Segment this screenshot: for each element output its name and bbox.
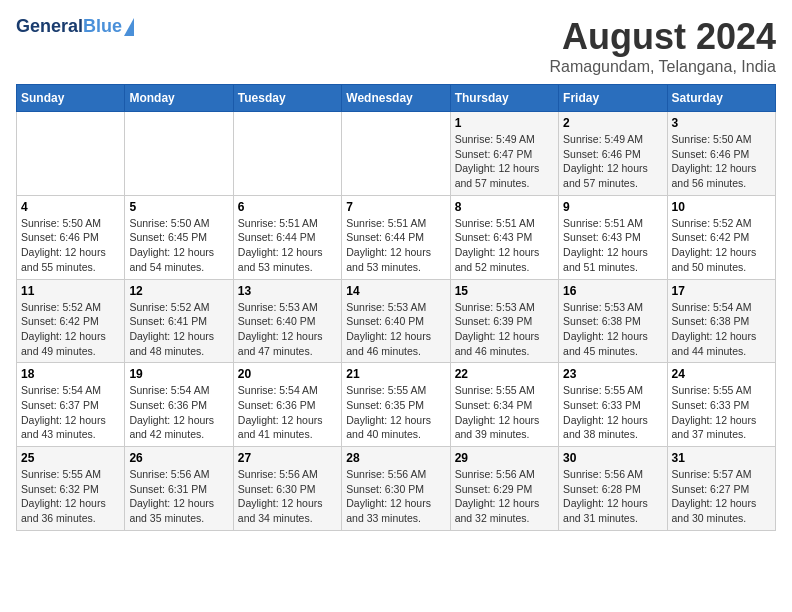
day-cell-17: 14Sunrise: 5:53 AM Sunset: 6:40 PM Dayli… (342, 279, 450, 363)
day-number: 4 (21, 200, 120, 214)
day-info: Sunrise: 5:50 AM Sunset: 6:46 PM Dayligh… (21, 216, 120, 275)
header-row: SundayMondayTuesdayWednesdayThursdayFrid… (17, 85, 776, 112)
day-cell-12: 9Sunrise: 5:51 AM Sunset: 6:43 PM Daylig… (559, 195, 667, 279)
month-title: August 2024 (549, 16, 776, 58)
day-info: Sunrise: 5:51 AM Sunset: 6:44 PM Dayligh… (238, 216, 337, 275)
day-info: Sunrise: 5:54 AM Sunset: 6:38 PM Dayligh… (672, 300, 771, 359)
logo-text: GeneralBlue (16, 16, 134, 37)
day-number: 26 (129, 451, 228, 465)
day-info: Sunrise: 5:53 AM Sunset: 6:40 PM Dayligh… (238, 300, 337, 359)
day-cell-22: 19Sunrise: 5:54 AM Sunset: 6:36 PM Dayli… (125, 363, 233, 447)
day-cell-9: 6Sunrise: 5:51 AM Sunset: 6:44 PM Daylig… (233, 195, 341, 279)
day-number: 27 (238, 451, 337, 465)
day-number: 15 (455, 284, 554, 298)
day-cell-31: 28Sunrise: 5:56 AM Sunset: 6:30 PM Dayli… (342, 447, 450, 531)
week-row-4: 18Sunrise: 5:54 AM Sunset: 6:37 PM Dayli… (17, 363, 776, 447)
day-info: Sunrise: 5:52 AM Sunset: 6:41 PM Dayligh… (129, 300, 228, 359)
page-header: GeneralBlue August 2024 Ramagundam, Tela… (16, 16, 776, 76)
day-cell-13: 10Sunrise: 5:52 AM Sunset: 6:42 PM Dayli… (667, 195, 775, 279)
day-cell-18: 15Sunrise: 5:53 AM Sunset: 6:39 PM Dayli… (450, 279, 558, 363)
logo-general: General (16, 16, 83, 37)
week-row-2: 4Sunrise: 5:50 AM Sunset: 6:46 PM Daylig… (17, 195, 776, 279)
day-info: Sunrise: 5:53 AM Sunset: 6:40 PM Dayligh… (346, 300, 445, 359)
day-cell-5: 2Sunrise: 5:49 AM Sunset: 6:46 PM Daylig… (559, 112, 667, 196)
week-row-3: 11Sunrise: 5:52 AM Sunset: 6:42 PM Dayli… (17, 279, 776, 363)
day-number: 9 (563, 200, 662, 214)
day-info: Sunrise: 5:51 AM Sunset: 6:43 PM Dayligh… (563, 216, 662, 275)
title-area: August 2024 Ramagundam, Telangana, India (549, 16, 776, 76)
day-info: Sunrise: 5:52 AM Sunset: 6:42 PM Dayligh… (672, 216, 771, 275)
weekday-header-saturday: Saturday (667, 85, 775, 112)
day-info: Sunrise: 5:49 AM Sunset: 6:47 PM Dayligh… (455, 132, 554, 191)
day-cell-26: 23Sunrise: 5:55 AM Sunset: 6:33 PM Dayli… (559, 363, 667, 447)
day-number: 21 (346, 367, 445, 381)
day-cell-4: 1Sunrise: 5:49 AM Sunset: 6:47 PM Daylig… (450, 112, 558, 196)
day-cell-6: 3Sunrise: 5:50 AM Sunset: 6:46 PM Daylig… (667, 112, 775, 196)
weekday-header-wednesday: Wednesday (342, 85, 450, 112)
day-cell-14: 11Sunrise: 5:52 AM Sunset: 6:42 PM Dayli… (17, 279, 125, 363)
day-info: Sunrise: 5:57 AM Sunset: 6:27 PM Dayligh… (672, 467, 771, 526)
day-info: Sunrise: 5:56 AM Sunset: 6:30 PM Dayligh… (238, 467, 337, 526)
day-info: Sunrise: 5:54 AM Sunset: 6:37 PM Dayligh… (21, 383, 120, 442)
day-cell-25: 22Sunrise: 5:55 AM Sunset: 6:34 PM Dayli… (450, 363, 558, 447)
day-info: Sunrise: 5:56 AM Sunset: 6:28 PM Dayligh… (563, 467, 662, 526)
day-info: Sunrise: 5:49 AM Sunset: 6:46 PM Dayligh… (563, 132, 662, 191)
day-info: Sunrise: 5:54 AM Sunset: 6:36 PM Dayligh… (238, 383, 337, 442)
day-number: 20 (238, 367, 337, 381)
weekday-header-tuesday: Tuesday (233, 85, 341, 112)
day-number: 24 (672, 367, 771, 381)
day-cell-3 (342, 112, 450, 196)
day-info: Sunrise: 5:53 AM Sunset: 6:38 PM Dayligh… (563, 300, 662, 359)
day-number: 30 (563, 451, 662, 465)
day-info: Sunrise: 5:53 AM Sunset: 6:39 PM Dayligh… (455, 300, 554, 359)
day-cell-28: 25Sunrise: 5:55 AM Sunset: 6:32 PM Dayli… (17, 447, 125, 531)
week-row-1: 1Sunrise: 5:49 AM Sunset: 6:47 PM Daylig… (17, 112, 776, 196)
day-cell-20: 17Sunrise: 5:54 AM Sunset: 6:38 PM Dayli… (667, 279, 775, 363)
logo-blue: Blue (83, 16, 122, 37)
day-number: 18 (21, 367, 120, 381)
day-info: Sunrise: 5:51 AM Sunset: 6:44 PM Dayligh… (346, 216, 445, 275)
day-info: Sunrise: 5:50 AM Sunset: 6:46 PM Dayligh… (672, 132, 771, 191)
day-info: Sunrise: 5:56 AM Sunset: 6:29 PM Dayligh… (455, 467, 554, 526)
day-number: 10 (672, 200, 771, 214)
day-number: 3 (672, 116, 771, 130)
day-info: Sunrise: 5:55 AM Sunset: 6:34 PM Dayligh… (455, 383, 554, 442)
day-cell-15: 12Sunrise: 5:52 AM Sunset: 6:41 PM Dayli… (125, 279, 233, 363)
calendar-table: SundayMondayTuesdayWednesdayThursdayFrid… (16, 84, 776, 531)
day-info: Sunrise: 5:55 AM Sunset: 6:35 PM Dayligh… (346, 383, 445, 442)
day-number: 7 (346, 200, 445, 214)
day-info: Sunrise: 5:52 AM Sunset: 6:42 PM Dayligh… (21, 300, 120, 359)
day-number: 2 (563, 116, 662, 130)
day-info: Sunrise: 5:50 AM Sunset: 6:45 PM Dayligh… (129, 216, 228, 275)
logo-triangle-icon (124, 18, 134, 36)
day-number: 25 (21, 451, 120, 465)
day-number: 14 (346, 284, 445, 298)
day-number: 29 (455, 451, 554, 465)
day-number: 31 (672, 451, 771, 465)
day-cell-19: 16Sunrise: 5:53 AM Sunset: 6:38 PM Dayli… (559, 279, 667, 363)
week-row-5: 25Sunrise: 5:55 AM Sunset: 6:32 PM Dayli… (17, 447, 776, 531)
day-number: 28 (346, 451, 445, 465)
day-cell-29: 26Sunrise: 5:56 AM Sunset: 6:31 PM Dayli… (125, 447, 233, 531)
day-cell-8: 5Sunrise: 5:50 AM Sunset: 6:45 PM Daylig… (125, 195, 233, 279)
day-info: Sunrise: 5:51 AM Sunset: 6:43 PM Dayligh… (455, 216, 554, 275)
day-info: Sunrise: 5:55 AM Sunset: 6:33 PM Dayligh… (672, 383, 771, 442)
day-info: Sunrise: 5:56 AM Sunset: 6:31 PM Dayligh… (129, 467, 228, 526)
day-number: 19 (129, 367, 228, 381)
day-number: 8 (455, 200, 554, 214)
day-info: Sunrise: 5:56 AM Sunset: 6:30 PM Dayligh… (346, 467, 445, 526)
day-info: Sunrise: 5:54 AM Sunset: 6:36 PM Dayligh… (129, 383, 228, 442)
weekday-header-monday: Monday (125, 85, 233, 112)
day-cell-16: 13Sunrise: 5:53 AM Sunset: 6:40 PM Dayli… (233, 279, 341, 363)
day-number: 16 (563, 284, 662, 298)
day-number: 12 (129, 284, 228, 298)
day-number: 22 (455, 367, 554, 381)
day-number: 6 (238, 200, 337, 214)
day-cell-0 (17, 112, 125, 196)
day-cell-34: 31Sunrise: 5:57 AM Sunset: 6:27 PM Dayli… (667, 447, 775, 531)
location-subtitle: Ramagundam, Telangana, India (549, 58, 776, 76)
day-number: 13 (238, 284, 337, 298)
day-number: 17 (672, 284, 771, 298)
day-cell-10: 7Sunrise: 5:51 AM Sunset: 6:44 PM Daylig… (342, 195, 450, 279)
day-info: Sunrise: 5:55 AM Sunset: 6:33 PM Dayligh… (563, 383, 662, 442)
